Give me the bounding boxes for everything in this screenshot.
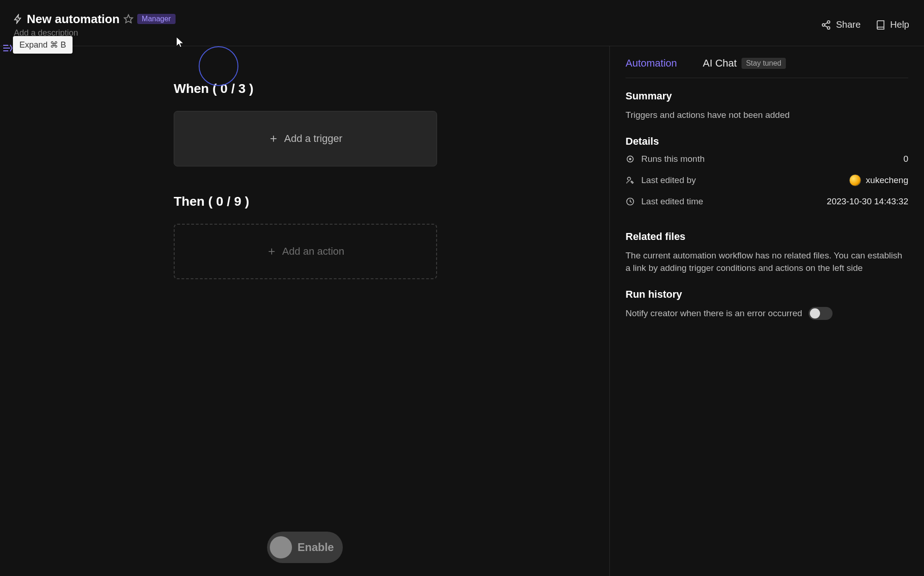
add-action-label: Add an action — [282, 245, 345, 257]
header-right: Share Help — [821, 19, 909, 30]
plus-icon — [268, 134, 279, 144]
add-trigger-button[interactable]: Add a trigger — [174, 111, 437, 166]
edited-by-value: xukecheng — [849, 174, 908, 186]
edited-by-name: xukecheng — [866, 175, 908, 185]
header: New automation Manager Add a description… — [0, 0, 924, 46]
notify-toggle[interactable] — [808, 307, 833, 320]
summary-heading: Summary — [626, 90, 908, 102]
book-icon — [875, 20, 886, 30]
notify-toggle-knob — [810, 308, 820, 319]
avatar — [849, 174, 861, 186]
role-badge: Manager — [137, 14, 176, 24]
notify-row: Notify creator when there is an error oc… — [626, 307, 908, 320]
svg-line-5 — [825, 25, 827, 27]
run-history-heading: Run history — [626, 288, 908, 300]
svg-point-1 — [827, 20, 830, 23]
expand-tooltip: Expand ⌘ B — [13, 36, 73, 54]
user-edit-icon — [626, 176, 635, 185]
run-history-section: Run history Notify creator when there is… — [626, 288, 908, 320]
svg-line-4 — [825, 22, 827, 24]
share-button[interactable]: Share — [821, 19, 860, 30]
details-section: Details Runs this month 0 Last edited by — [626, 135, 908, 217]
side-panel: Automation AI Chat Stay tuned Summary Tr… — [610, 46, 924, 576]
share-icon — [821, 20, 831, 30]
tab-ai-chat[interactable]: AI Chat Stay tuned — [703, 57, 786, 69]
related-files-section: Related files The current automation wor… — [626, 231, 908, 275]
plus-icon — [267, 246, 277, 257]
tab-automation-label: Automation — [626, 57, 677, 69]
enable-label: Enable — [298, 541, 334, 554]
svg-point-15 — [627, 177, 631, 180]
related-heading: Related files — [626, 231, 908, 243]
edited-time-value: 2023-10-30 14:43:32 — [827, 196, 908, 207]
panel-tabs: Automation AI Chat Stay tuned — [626, 57, 908, 78]
highlight-circle — [199, 46, 238, 86]
svg-point-2 — [822, 24, 825, 26]
header-left: New automation Manager Add a description — [13, 12, 176, 38]
tab-automation[interactable]: Automation — [626, 57, 677, 69]
clock-icon — [626, 197, 635, 206]
body: When ( 0 / 3 ) Add a trigger Then ( 0 / … — [0, 46, 924, 576]
help-label: Help — [890, 19, 909, 30]
page-title[interactable]: New automation — [27, 12, 120, 26]
details-heading: Details — [626, 135, 908, 147]
automation-canvas: When ( 0 / 3 ) Add a trigger Then ( 0 / … — [0, 46, 610, 576]
then-section: Then ( 0 / 9 ) Add an action — [174, 194, 437, 279]
svg-point-3 — [827, 26, 830, 29]
notify-label: Notify creator when there is an error oc… — [626, 308, 802, 319]
title-row: New automation Manager — [13, 12, 176, 26]
target-icon — [626, 154, 635, 164]
stay-tuned-badge: Stay tuned — [742, 58, 786, 69]
edited-time-label: Last edited time — [641, 196, 703, 207]
runs-value: 0 — [903, 154, 908, 164]
help-button[interactable]: Help — [875, 19, 909, 30]
edited-by-label: Last edited by — [641, 175, 696, 185]
add-trigger-label: Add a trigger — [284, 133, 342, 145]
when-section: When ( 0 / 3 ) Add a trigger — [174, 81, 437, 166]
svg-point-14 — [629, 158, 631, 159]
summary-text: Triggers and actions have not been added — [626, 109, 908, 122]
then-heading: Then ( 0 / 9 ) — [174, 194, 437, 209]
detail-edited-time: Last edited time 2023-10-30 14:43:32 — [626, 196, 908, 207]
runs-label: Runs this month — [641, 154, 705, 164]
enable-toggle[interactable]: Enable — [267, 532, 343, 563]
star-icon[interactable] — [123, 14, 134, 24]
detail-edited-by: Last edited by xukecheng — [626, 174, 908, 186]
summary-section: Summary Triggers and actions have not be… — [626, 90, 908, 122]
detail-runs: Runs this month 0 — [626, 154, 908, 164]
enable-toggle-knob — [270, 536, 292, 558]
add-action-button[interactable]: Add an action — [174, 224, 437, 279]
bolt-icon — [13, 14, 23, 24]
tab-ai-chat-label: AI Chat — [703, 57, 736, 69]
related-text: The current automation workflow has no r… — [626, 249, 908, 275]
svg-marker-0 — [124, 15, 133, 23]
share-label: Share — [836, 19, 860, 30]
